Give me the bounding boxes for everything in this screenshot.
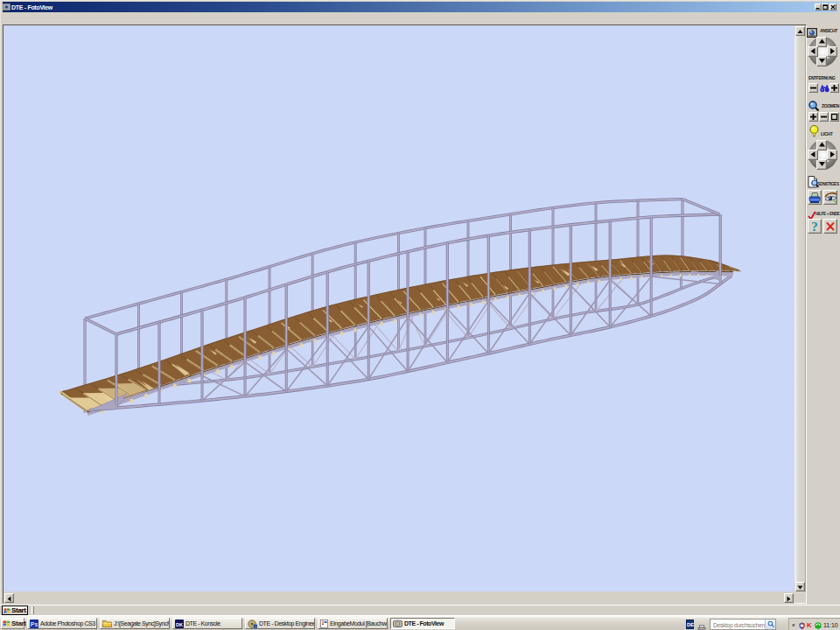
svg-text:Ps: Ps <box>31 621 38 627</box>
svg-text:?: ? <box>811 220 818 233</box>
svg-text:DK: DK <box>176 621 183 626</box>
